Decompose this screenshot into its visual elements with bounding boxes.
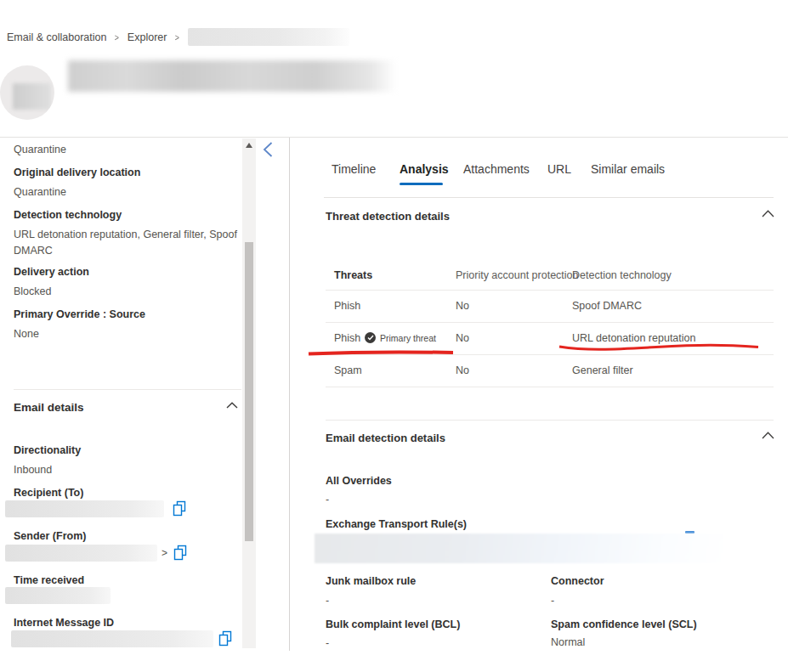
red-underline-url-detonation xyxy=(559,345,758,349)
email-detection-details-title: Email detection details xyxy=(326,432,445,444)
tab-analysis[interactable]: Analysis xyxy=(400,162,449,176)
exchange-transport-rules-label: Exchange Transport Rule(s) xyxy=(326,518,467,530)
row1-technology: Spoof DMARC xyxy=(572,300,642,312)
breadcrumb-redacted-subject xyxy=(188,28,349,46)
active-tab-indicator xyxy=(400,183,443,185)
recipient-to-redacted-value xyxy=(5,500,164,517)
internet-message-id-label: Internet Message ID xyxy=(14,617,114,629)
directionality-label: Directionality xyxy=(14,444,81,456)
primary-threat-label: Primary threat xyxy=(380,333,436,343)
sidebar-scrollbar[interactable] xyxy=(242,138,256,648)
breadcrumb: Email & collaboration > Explorer > xyxy=(7,28,349,46)
column-header-priority-account-protection[interactable]: Priority account protection xyxy=(456,269,579,281)
breadcrumb-separator-icon: > xyxy=(115,32,119,42)
header-divider xyxy=(0,137,788,138)
table-divider xyxy=(326,387,774,387)
row1-threat: Phish xyxy=(334,300,360,312)
copy-recipient-button[interactable] xyxy=(173,500,187,520)
threat-section-collapse-button[interactable] xyxy=(762,210,774,217)
junk-mailbox-rule-value: - xyxy=(326,595,329,607)
chevron-up-icon xyxy=(762,210,774,217)
delivery-action-value: Blocked xyxy=(14,284,241,300)
copy-icon xyxy=(173,500,187,517)
detection-technology-value: URL detonation reputation, General filte… xyxy=(14,227,241,260)
exchange-transport-rules-redacted-value xyxy=(315,534,724,563)
bcl-label: Bulk complaint level (BCL) xyxy=(326,618,460,630)
collapse-sidebar-button[interactable] xyxy=(262,141,274,161)
time-received-redacted-value xyxy=(5,587,111,604)
row2-priority: No xyxy=(456,332,469,344)
time-received-label: Time received xyxy=(14,574,84,586)
breadcrumb-email-collaboration[interactable]: Email & collaboration xyxy=(7,31,106,43)
internet-message-id-redacted-value xyxy=(11,630,213,647)
primary-override-source-label: Primary Override : Source xyxy=(14,308,145,320)
scrollbar-thumb[interactable] xyxy=(245,242,253,541)
connector-value: - xyxy=(551,595,554,607)
all-overrides-label: All Overrides xyxy=(326,475,392,487)
row3-technology: General filter xyxy=(572,364,633,376)
recipient-to-label: Recipient (To) xyxy=(14,487,83,499)
row1-priority: No xyxy=(456,300,469,312)
tab-timeline[interactable]: Timeline xyxy=(332,162,376,176)
delivery-action-label: Delivery action xyxy=(14,266,89,278)
tab-attachments[interactable]: Attachments xyxy=(463,162,530,176)
all-overrides-value: - xyxy=(326,494,329,505)
avatar xyxy=(0,65,54,120)
row3-threat: Spam xyxy=(334,364,362,376)
breadcrumb-explorer[interactable]: Explorer xyxy=(128,31,167,43)
sender-from-redacted-value xyxy=(5,545,157,562)
chevron-up-icon xyxy=(226,402,238,409)
junk-mailbox-rule-label: Junk mailbox rule xyxy=(326,575,416,587)
email-details-collapse-button[interactable] xyxy=(226,402,238,409)
copy-icon xyxy=(173,545,188,561)
scl-label: Spam confidence level (SCL) xyxy=(551,618,697,630)
tabs-divider xyxy=(324,197,774,198)
breadcrumb-separator-icon: > xyxy=(175,32,179,42)
panel-divider xyxy=(289,138,290,651)
section-divider xyxy=(326,420,774,421)
column-header-detection-technology[interactable]: Detection technology xyxy=(572,269,672,281)
avatar-redaction xyxy=(13,83,51,110)
sidebar-section-divider xyxy=(14,389,241,390)
primary-threat-check-icon xyxy=(365,332,376,343)
delivery-location-value: Quarantine xyxy=(14,142,241,158)
sender-angle-bracket: > xyxy=(162,547,167,559)
detection-technology-label: Detection technology xyxy=(14,209,122,221)
table-divider xyxy=(326,322,774,323)
row2-technology: URL detonation reputation xyxy=(572,332,695,344)
original-delivery-location-value: Quarantine xyxy=(14,184,241,200)
threat-detection-details-title: Threat detection details xyxy=(326,210,450,223)
scrollbar-up-arrow-icon[interactable] xyxy=(246,143,252,148)
scl-value: Normal xyxy=(551,636,585,648)
copy-icon xyxy=(218,630,233,647)
directionality-value: Inbound xyxy=(14,462,241,478)
bcl-value: - xyxy=(326,637,329,649)
chevron-left-icon xyxy=(262,141,274,158)
primary-threat-badge: Primary threat xyxy=(365,332,436,343)
explorer-email-entity-page: Email & collaboration > Explorer > Quara… xyxy=(0,0,788,672)
email-details-section-title: Email details xyxy=(14,401,84,414)
tab-similar-emails[interactable]: Similar emails xyxy=(591,162,665,176)
sender-from-label: Sender (From) xyxy=(14,530,86,542)
row3-priority: No xyxy=(456,364,469,376)
page-title-redacted xyxy=(68,60,396,92)
column-header-threats[interactable]: Threats xyxy=(334,269,372,281)
copy-sender-button[interactable] xyxy=(173,545,188,564)
original-delivery-location-label: Original delivery location xyxy=(14,167,140,178)
table-divider xyxy=(326,354,774,355)
email-section-collapse-button[interactable] xyxy=(762,432,774,439)
table-divider xyxy=(326,290,774,291)
connector-label: Connector xyxy=(551,575,604,587)
primary-override-source-value: None xyxy=(14,326,241,342)
chevron-up-icon xyxy=(762,432,774,439)
copy-message-id-button[interactable] xyxy=(218,630,233,650)
row2-threat: Phish xyxy=(334,332,360,344)
tab-url[interactable]: URL xyxy=(547,162,571,176)
